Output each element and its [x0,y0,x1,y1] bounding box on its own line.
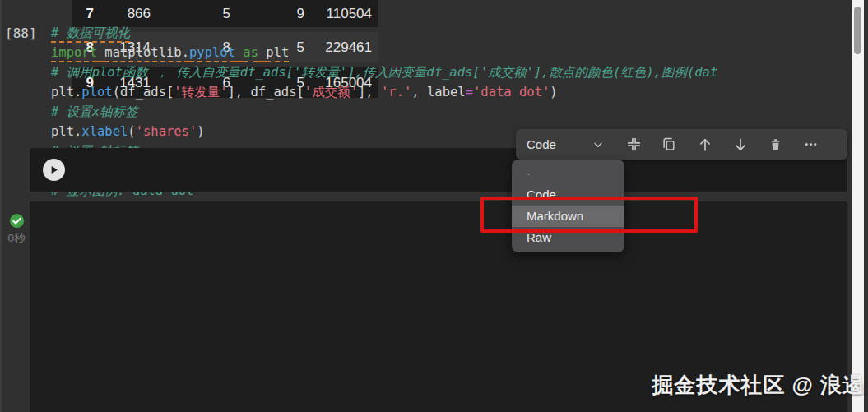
code-token: # 调用plot函数 ， 传入自变量df_ads['转发量'],传入因变量df_… [51,65,717,80]
code-token [97,45,104,62]
code-line[interactable]: plt.plot(df_ads['转发量'], df_ads['成交额'], '… [51,82,717,102]
success-check-icon [9,213,25,229]
duplicate-cell-icon[interactable] [661,137,678,153]
code-token: xlabel [81,124,128,139]
code-token: '转发量' [174,85,227,100]
table-cell: 9 [230,6,304,22]
execution-duration: 0秒 [2,231,31,246]
cell-type-selector[interactable]: Code [527,137,556,151]
code-token: plt. [51,85,81,100]
row-index: 7 [72,6,94,22]
code-token: matplotlib. [104,45,189,62]
window-left-edge [0,0,2,412]
code-token: as [243,45,258,62]
dropdown-item-markdown[interactable]: Markdown [512,206,624,227]
vertical-scrollbar-thumb[interactable] [854,7,861,54]
cell-toolbar: Code [516,129,847,160]
delete-cell-icon[interactable] [768,137,784,153]
code-token: ) [197,124,204,139]
code-token: plt [266,45,289,62]
code-token: pyplot [189,45,235,62]
code-token: ) [550,85,557,100]
table-cell: 866 [94,6,151,22]
code-token: = [466,85,473,100]
code-token: ( [128,124,135,139]
code-token: ], df_ads[ [227,85,304,100]
table-cell: 5 [151,6,230,22]
move-cell-down-icon[interactable] [732,137,749,153]
code-token: , label [411,85,465,100]
run-cell-button[interactable] [43,159,65,181]
code-token: 'data dot' [473,85,550,100]
code-line[interactable]: # 调用plot函数 ， 传入自变量df_ads['转发量'],传入因变量df_… [51,62,717,82]
code-token: plt. [51,124,81,139]
code-token: 'shares' [136,124,197,139]
code-token [235,45,243,62]
chevron-down-icon[interactable] [590,137,606,153]
dropdown-item-code[interactable]: Code [512,184,624,206]
execution-count: [88] [5,25,37,41]
more-actions-icon[interactable] [803,137,819,153]
watermark: 掘金技术社区 @ 浪遏 [652,371,865,400]
code-token: ], [358,85,381,100]
move-cell-up-icon[interactable] [697,137,713,153]
code-token: (df_ads[ [113,85,174,100]
cell-type-dropdown: -CodeMarkdownRaw [512,160,624,252]
code-line[interactable]: import matplotlib.pyplot as plt [51,43,717,62]
dropdown-item-raw[interactable]: Raw [512,227,624,248]
code-line[interactable]: # 数据可视化 [51,23,717,43]
table-cell: 110504 [304,6,372,22]
code-token: '成交额' [304,85,358,100]
code-token [258,45,266,62]
vertical-scrollbar-track[interactable] [852,0,864,412]
code-token: # 数据可视化 [51,25,130,43]
dropdown-item-[interactable]: - [512,163,624,184]
code-line[interactable]: # 设置x轴标签 [51,102,717,122]
code-token: plot [81,85,112,100]
play-icon [49,164,59,175]
code-token: import [51,45,97,62]
code-token: # 设置x轴标签 [51,104,138,119]
collapse-cell-icon[interactable] [626,137,643,153]
code-token: 'r.' [381,85,411,100]
